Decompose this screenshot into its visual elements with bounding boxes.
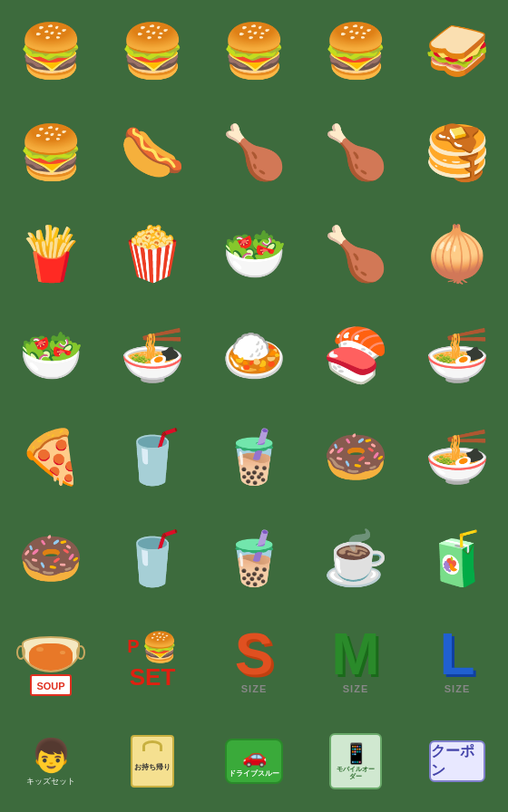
nuggets2: 🍗: [305, 203, 406, 304]
burger-1: 🍔: [0, 0, 102, 102]
chicken-leg: 🍗: [203, 102, 305, 203]
kids-set: 👦 キッズセット: [0, 710, 102, 812]
donut: 🍩: [0, 508, 102, 609]
emoji-grid: 🍔 🍔 🍔 🍔 🥪 🍔 🌭 🍗 🍗 🥞 🍟 🍿 🥗 🍗 🧅: [0, 0, 508, 812]
size-l-item: L SIZE: [406, 609, 508, 710]
hotdog: 🌭: [102, 102, 203, 203]
set-item: P 🍔 SET: [102, 609, 203, 710]
coffee: ☕: [305, 508, 406, 609]
coupon: クーポン: [406, 710, 508, 812]
milkshake: 🥤: [102, 508, 203, 609]
popcorn: 🍿: [102, 203, 203, 304]
juice-box: 🧃: [406, 508, 508, 609]
ramen: 🍜: [406, 304, 508, 406]
salad: 🥗: [0, 304, 102, 406]
size-m-item: M SIZE: [305, 609, 406, 710]
size-l-sub: SIZE: [444, 683, 470, 694]
pizza: 🍕: [0, 406, 102, 508]
set-label: SET: [130, 664, 176, 691]
size-l-letter: L: [439, 625, 474, 683]
fries: 🍟: [0, 203, 102, 304]
noodle-cup: 🍜: [406, 406, 508, 508]
mobile-order: 📱 モバイルオーダー: [305, 710, 406, 812]
curry-bowl: 🍛: [203, 304, 305, 406]
pancakes: 🥞: [406, 102, 508, 203]
onion-rings: 🧅: [406, 203, 508, 304]
size-s-sub: SIZE: [241, 683, 267, 694]
takeout-bag: お持ち帰り: [102, 710, 203, 812]
kids-label: キッズセット: [26, 777, 75, 787]
soup-label: SOUP: [36, 681, 64, 691]
sandwich: 🥪: [406, 0, 508, 102]
soup-item: SOUP: [0, 609, 102, 710]
nuggets: 🍗: [305, 102, 406, 203]
iced-coffee: 🧋: [203, 508, 305, 609]
drive-thru: 🚗 ドライブスルー: [203, 710, 305, 812]
size-s-item: S SIZE: [203, 609, 305, 710]
salad-cup: 🥗: [203, 203, 305, 304]
bun: 🍔: [0, 102, 102, 203]
donut-stack: 🍩: [305, 406, 406, 508]
burger-4: 🍔: [305, 0, 406, 102]
size-s-letter: S: [235, 625, 274, 683]
burger-3: 🍔: [203, 0, 305, 102]
hot-drink: 🥤: [102, 406, 203, 508]
size-m-sub: SIZE: [343, 683, 368, 694]
green-drink: 🧋: [203, 406, 305, 508]
noodles-bowl: 🍜: [102, 304, 203, 406]
burger-2: 🍔: [102, 0, 203, 102]
coupon-label: クーポン: [431, 742, 484, 780]
size-m-letter: M: [331, 625, 379, 683]
sushi: 🍣: [305, 304, 406, 406]
